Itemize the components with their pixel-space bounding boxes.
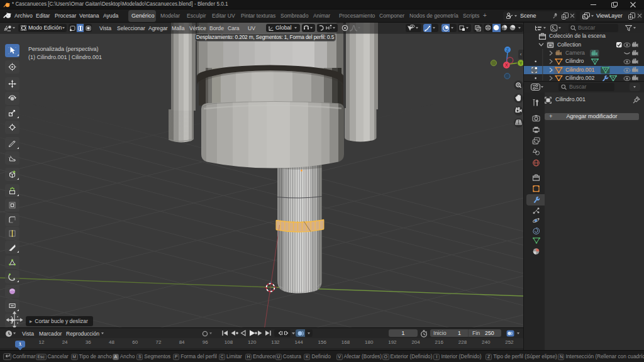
svg-text:Y: Y [519,61,523,65]
svg-text:Z: Z [506,48,509,52]
svg-text:X: X [505,63,508,67]
